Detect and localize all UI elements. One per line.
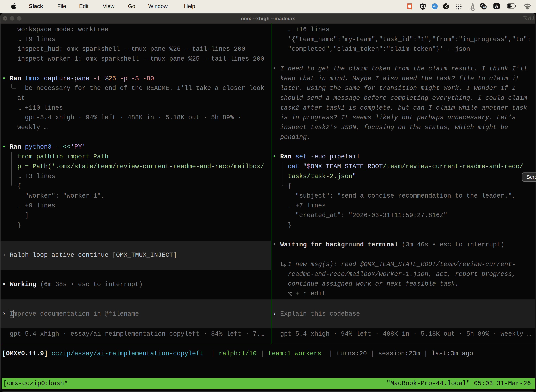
- svg-text:A: A: [495, 4, 498, 9]
- svg-text:..61: ..61: [482, 6, 486, 9]
